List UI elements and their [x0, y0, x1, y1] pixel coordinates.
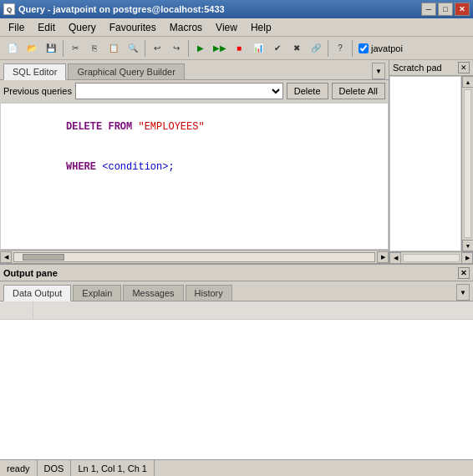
toolbar-sep-2 — [145, 40, 145, 57]
close-button[interactable]: ✕ — [455, 3, 470, 16]
scratch-pad-header: Scratch pad ✕ — [389, 60, 473, 76]
scratch-h-scroll-track[interactable] — [403, 254, 460, 262]
editor-panel: SQL Editor Graphical Query Builder ▼ Pre… — [0, 60, 389, 263]
connection-check-input[interactable] — [359, 43, 369, 53]
help-toolbar-button[interactable]: ? — [331, 39, 349, 58]
toolbar-sep-4 — [328, 40, 328, 57]
h-scrollbar[interactable]: ◀ ▶ — [0, 250, 389, 263]
undo-button[interactable]: ↩ — [148, 39, 166, 58]
output-close-button[interactable]: ✕ — [458, 267, 470, 279]
scratch-pad-close-button[interactable]: ✕ — [458, 62, 470, 73]
prev-queries-select[interactable] — [75, 83, 283, 99]
find-button[interactable]: 🔍 — [124, 39, 142, 58]
menu-help[interactable]: Help — [244, 20, 278, 35]
tab-dropdown[interactable]: ▼ — [372, 63, 385, 79]
status-position: Ln 1, Col 1, Ch 1 — [71, 460, 155, 476]
h-scroll-thumb[interactable] — [23, 254, 64, 261]
rollback-button[interactable]: ✖ — [287, 39, 306, 58]
app-icon: Q — [3, 3, 15, 15]
scratch-h-scroll-left[interactable]: ◀ — [389, 252, 401, 264]
tab-data-output[interactable]: Data Output — [3, 285, 71, 301]
explain-button[interactable]: 📊 — [249, 39, 267, 58]
menu-favourites[interactable]: Favourites — [103, 20, 163, 35]
scratch-scroll-track[interactable] — [464, 89, 471, 238]
output-content — [0, 301, 473, 459]
tab-graphical-builder[interactable]: Graphical Query Builder — [68, 63, 184, 79]
prev-queries-bar: Previous queries Delete Delete All — [0, 80, 389, 103]
output-pane: Output pane ✕ Data Output Explain Messag… — [0, 263, 473, 459]
window-controls: ─ □ ✕ — [421, 3, 470, 16]
scratch-h-scrollbar[interactable]: ◀ ▶ — [389, 251, 473, 263]
sql-editor[interactable]: DELETE FROM "EMPLOYEES" WHERE <condition… — [0, 103, 389, 250]
status-ready: ready — [0, 460, 38, 476]
scratch-v-scrollbar[interactable]: ▲ ▼ — [461, 76, 473, 251]
menu-view[interactable]: View — [209, 20, 244, 35]
output-tabs-bar: Data Output Explain Messages History ▼ — [0, 281, 473, 301]
copy-button[interactable]: ⎘ — [85, 39, 104, 58]
h-scroll-left[interactable]: ◀ — [0, 251, 12, 263]
sql-line-2: WHERE <condition>; — [6, 147, 383, 187]
output-tab-dropdown[interactable]: ▼ — [456, 284, 470, 301]
commit-button[interactable]: ✔ — [268, 39, 287, 58]
connection-checkbox: javatpoi — [355, 43, 406, 53]
output-title: Output pane — [3, 268, 58, 278]
scratch-pad-content[interactable] — [389, 76, 461, 251]
output-grid-header — [0, 301, 473, 320]
new-button[interactable]: 📄 — [3, 39, 22, 58]
tab-messages[interactable]: Messages — [123, 285, 183, 301]
h-scroll-track[interactable] — [13, 252, 375, 262]
maximize-button[interactable]: □ — [438, 3, 453, 16]
toolbar-sep-5 — [352, 40, 353, 57]
menu-edit[interactable]: Edit — [31, 20, 62, 35]
scratch-h-scroll-right[interactable]: ▶ — [461, 252, 473, 264]
main-area: SQL Editor Graphical Query Builder ▼ Pre… — [0, 60, 473, 476]
open-button[interactable]: 📂 — [23, 39, 41, 58]
sql-keyword-where: WHERE — [66, 161, 102, 173]
delete-button[interactable]: Delete — [287, 83, 328, 99]
run-button[interactable]: ▶ — [191, 39, 210, 58]
sql-table-name: "EMPLOYEES" — [138, 121, 204, 133]
output-header: Output pane ✕ — [0, 265, 473, 281]
save-button[interactable]: 💾 — [42, 39, 60, 58]
sql-condition: <condition>; — [102, 161, 174, 173]
connection-label: javatpoi — [371, 43, 403, 53]
h-scroll-right[interactable]: ▶ — [377, 251, 389, 263]
cut-button[interactable]: ✂ — [66, 39, 84, 58]
menu-file[interactable]: File — [2, 20, 31, 35]
menu-macros[interactable]: Macros — [163, 20, 209, 35]
toolbar: 📄 📂 💾 ✂ ⎘ 📋 🔍 ↩ ↪ ▶ ▶▶ ■ 📊 ✔ ✖ 🔗 ? javat… — [0, 37, 473, 60]
output-grid-col-header — [0, 301, 33, 319]
tab-sql-editor[interactable]: SQL Editor — [3, 63, 66, 80]
output-grid-container — [0, 301, 473, 459]
menu-query[interactable]: Query — [62, 20, 103, 35]
toolbar-sep-1 — [63, 40, 64, 57]
status-bar: ready DOS Ln 1, Col 1, Ch 1 — [0, 459, 473, 476]
scratch-scroll-down[interactable]: ▼ — [462, 240, 473, 251]
paste-button[interactable]: 📋 — [104, 39, 123, 58]
redo-button[interactable]: ↪ — [167, 39, 186, 58]
sql-line-1: DELETE FROM "EMPLOYEES" — [6, 107, 383, 147]
connection-button[interactable]: 🔗 — [307, 39, 325, 58]
run-script-button[interactable]: ▶▶ — [211, 39, 229, 58]
window-title: Query - javatpoint on postgres@localhost… — [18, 4, 225, 14]
sql-keyword-delete: DELETE FROM — [66, 121, 138, 133]
tab-explain[interactable]: Explain — [73, 285, 121, 301]
scratch-pad-title: Scratch pad — [393, 63, 442, 73]
status-encoding: DOS — [38, 460, 72, 476]
title-bar: Q Query - javatpoint on postgres@localho… — [0, 0, 473, 18]
editor-tabs-bar: SQL Editor Graphical Query Builder ▼ — [0, 60, 389, 80]
menu-bar: File Edit Query Favourites Macros View H… — [0, 18, 473, 37]
editor-scratch-area: SQL Editor Graphical Query Builder ▼ Pre… — [0, 60, 473, 263]
prev-queries-label: Previous queries — [3, 86, 72, 96]
stop-button[interactable]: ■ — [230, 39, 248, 58]
output-grid-body — [0, 320, 473, 459]
scratch-scroll-up[interactable]: ▲ — [462, 76, 473, 88]
toolbar-sep-3 — [188, 40, 189, 57]
tab-history[interactable]: History — [186, 285, 232, 301]
minimize-button[interactable]: ─ — [421, 3, 436, 16]
delete-all-button[interactable]: Delete All — [332, 83, 385, 99]
scratch-pad-area: ▲ ▼ — [389, 76, 473, 251]
scratch-pad: Scratch pad ✕ ▲ ▼ ◀ ▶ — [389, 60, 473, 263]
